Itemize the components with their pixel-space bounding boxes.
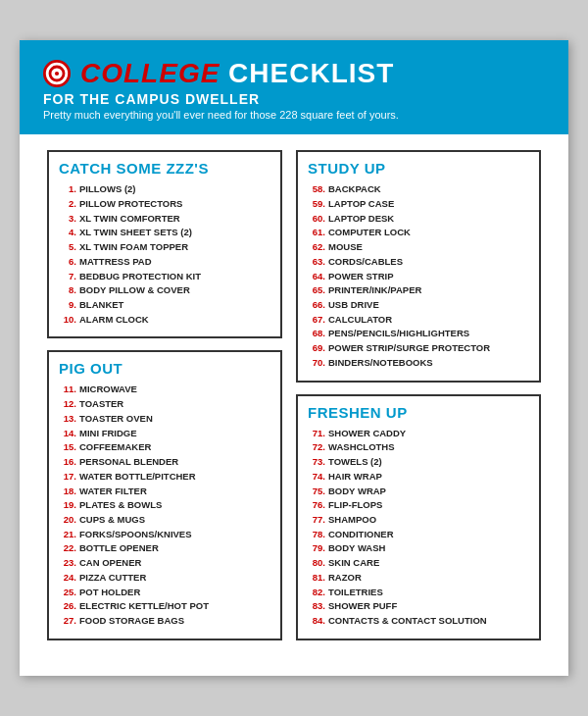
item-number: 14. [59,427,76,441]
item-number: 59. [308,197,325,212]
list-item: 24.PIZZA CUTTER [59,571,270,586]
item-label: COFFEEMAKER [79,440,151,455]
list-item: 14.MINI FRIDGE [59,427,270,441]
item-number: 17. [59,470,76,485]
list-item: 3.XL TWIN COMFORTER [59,212,270,227]
page: COLLEGE CHECKLIST FOR THE CAMPUS DWELLER… [20,40,568,675]
item-number: 9. [59,298,76,313]
item-label: PIZZA CUTTER [79,571,146,586]
item-number: 11. [59,383,76,397]
list-item: 11.MICROWAVE [59,383,270,397]
item-number: 71. [308,427,325,441]
main-title: COLLEGE CHECKLIST [80,58,394,89]
item-number: 4. [59,226,76,240]
item-label: XL TWIN COMFORTER [79,212,180,227]
item-number: 84. [308,614,325,629]
item-label: PILLOWS (2) [79,182,136,197]
list-item: 27.FOOD STORAGE BAGS [59,614,270,629]
item-number: 73. [308,455,325,470]
study-list: 58.BACKPACK59.LAPTOP CASE60.LAPTOP DESK6… [308,182,529,370]
item-number: 26. [59,599,76,614]
item-label: POT HOLDER [79,586,140,600]
item-label: BOTTLE OPENER [79,541,159,556]
list-item: 63.CORDS/CABLES [308,255,529,270]
item-label: CAN OPENER [79,556,141,571]
item-label: CORDS/CABLES [328,255,403,270]
item-label: CUPS & MUGS [79,513,145,528]
list-item: 65.PRINTER/INK/PAPER [308,283,529,298]
item-number: 60. [308,212,325,227]
list-item: 68.PENS/PENCILS/HIGHLIGHTERS [308,327,529,341]
item-number: 81. [308,571,325,586]
item-number: 69. [308,341,325,356]
item-number: 16. [59,455,76,470]
item-label: XL TWIN SHEET SETS (2) [79,226,192,240]
list-item: 21.FORKS/SPOONS/KNIVES [59,528,270,542]
item-label: TOILETRIES [328,586,383,600]
pigout-title: PIG OUT [59,360,270,377]
list-item: 61.COMPUTER LOCK [308,226,529,240]
item-number: 75. [308,485,325,499]
item-number: 23. [59,556,76,571]
item-label: FLIP-FLOPS [328,498,382,513]
study-title: STUDY UP [308,160,529,177]
item-number: 2. [59,197,76,212]
list-item: 10.ALARM CLOCK [59,313,270,328]
item-label: RAZOR [328,571,362,586]
item-label: MICROWAVE [79,383,137,397]
header: COLLEGE CHECKLIST FOR THE CAMPUS DWELLER… [20,40,568,134]
list-item: 82.TOILETRIES [308,586,529,600]
list-item: 23.CAN OPENER [59,556,270,571]
list-item: 80.SKIN CARE [308,556,529,571]
item-label: MOUSE [328,240,363,255]
item-label: PLATES & BOWLS [79,498,162,513]
item-label: FOOD STORAGE BAGS [79,614,184,629]
item-number: 25. [59,586,76,600]
item-label: BEDBUG PROTECTION KIT [79,270,201,284]
item-number: 22. [59,541,76,556]
list-item: 79.BODY WASH [308,541,529,556]
item-number: 65. [308,283,325,298]
item-number: 58. [308,182,325,197]
svg-point-3 [55,72,59,76]
item-number: 12. [59,397,76,412]
item-number: 27. [59,614,76,629]
sleep-list: 1.PILLOWS (2)2.PILLOW PROTECTORS3.XL TWI… [59,182,270,327]
list-item: 17.WATER BOTTLE/PITCHER [59,470,270,485]
item-number: 63. [308,255,325,270]
list-item: 67.CALCULATOR [308,313,529,328]
item-label: LAPTOP CASE [328,197,394,212]
item-number: 7. [59,270,76,284]
list-item: 6.MATTRESS PAD [59,255,270,270]
item-number: 74. [308,470,325,485]
freshen-title: FRESHEN UP [308,404,529,421]
right-column: STUDY UP 58.BACKPACK59.LAPTOP CASE60.LAP… [296,150,541,651]
list-item: 2.PILLOW PROTECTORS [59,197,270,212]
list-item: 22.BOTTLE OPENER [59,541,270,556]
list-item: 15.COFFEEMAKER [59,440,270,455]
item-number: 79. [308,541,325,556]
item-label: COMPUTER LOCK [328,226,411,240]
item-number: 68. [308,327,325,341]
item-label: PERSONAL BLENDER [79,455,178,470]
item-label: FORKS/SPOONS/KNIVES [79,528,192,542]
item-number: 83. [308,599,325,614]
title-college: COLLEGE [80,58,220,88]
item-number: 82. [308,586,325,600]
left-column: CATCH SOME ZZZ'S 1.PILLOWS (2)2.PILLOW P… [47,150,282,651]
list-item: 7.BEDBUG PROTECTION KIT [59,270,270,284]
item-number: 10. [59,313,76,328]
pigout-list: 11.MICROWAVE12.TOASTER13.TOASTER OVEN14.… [59,383,270,628]
list-item: 83.SHOWER PUFF [308,599,529,614]
item-number: 15. [59,440,76,455]
subtitle: FOR THE CAMPUS DWELLER [43,91,545,107]
item-number: 1. [59,182,76,197]
list-item: 69.POWER STRIP/SURGE PROTECTOR [308,341,529,356]
list-item: 75.BODY WRAP [308,485,529,499]
item-label: TOASTER OVEN [79,412,153,427]
list-item: 20.CUPS & MUGS [59,513,270,528]
item-label: XL TWIN FOAM TOPPER [79,240,188,255]
item-label: WATER FILTER [79,485,147,499]
list-item: 73.TOWELS (2) [308,455,529,470]
list-item: 8.BODY PILLOW & COVER [59,283,270,298]
